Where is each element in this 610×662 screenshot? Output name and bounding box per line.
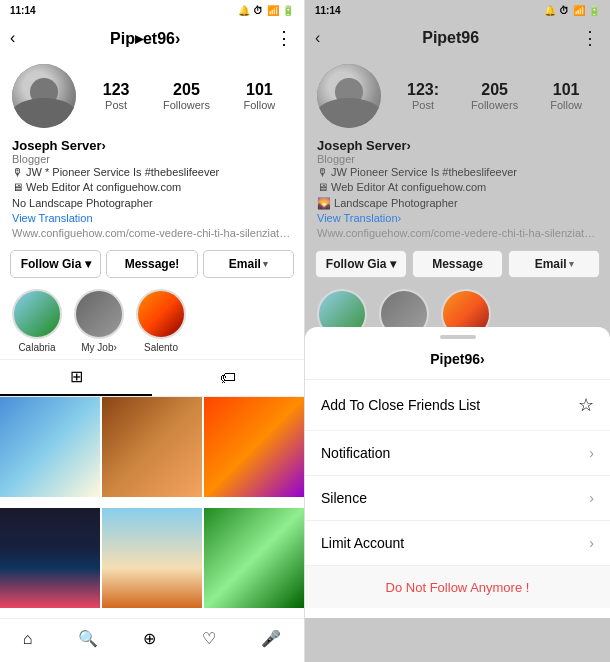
- back-button-right[interactable]: ‹: [315, 29, 320, 47]
- profile-section-right: 123: Post 205 Followers 101 Follow: [305, 56, 610, 136]
- sheet-item-silence[interactable]: Silence ›: [305, 476, 610, 521]
- stats-row-right: 123: Post 205 Followers 101 Follow: [391, 81, 598, 111]
- stat-follow-right: 101 Follow: [550, 81, 582, 111]
- tab-grid-left[interactable]: ⊞: [0, 360, 152, 396]
- photo-2-left[interactable]: [102, 397, 202, 497]
- avatar-right: [317, 64, 381, 128]
- time-left: 11:14: [10, 5, 36, 16]
- bio-tag-right: Blogger: [317, 153, 598, 165]
- photo-5-left[interactable]: [102, 508, 202, 608]
- sheet-item-limit[interactable]: Limit Account ›: [305, 521, 610, 566]
- status-bar-left: 11:14 🔔 ⏱ 📶 🔋: [0, 0, 304, 20]
- sheet-title: Pipet96›: [305, 351, 610, 380]
- home-icon-left: ⌂: [23, 630, 33, 648]
- nav-bar-right: ‹ Pipet96 ⋮: [305, 20, 610, 56]
- highlight-circle-myjob-left: [74, 289, 124, 339]
- follow-button-right[interactable]: Follow Gia ▾: [315, 250, 407, 278]
- sheet-danger-area: Do Not Follow Anymore !: [305, 566, 610, 608]
- notification-chevron-icon: ›: [589, 445, 594, 461]
- username-right: Pipet96: [422, 29, 479, 47]
- highlight-salento-left[interactable]: Salento: [136, 289, 186, 353]
- tabs-row-left: ⊞ 🏷: [0, 359, 304, 397]
- username-left: Pip▸et96›: [110, 29, 180, 48]
- highlight-label-calabria-left: Calabria: [18, 342, 55, 353]
- back-button-left[interactable]: ‹: [10, 29, 15, 47]
- more-button-right[interactable]: ⋮: [581, 27, 600, 49]
- bio-line3-right: 🌄 Landscape Photographer: [317, 196, 598, 211]
- email-dropdown-arrow-left: ▾: [263, 259, 268, 269]
- stat-followers-left: 205 Followers: [163, 81, 210, 111]
- stat-post-left: 123 Post: [103, 81, 130, 111]
- sheet-item-close-friends[interactable]: Add To Close Friends List ☆: [305, 380, 610, 431]
- sheet-handle: [440, 335, 476, 339]
- add-icon-left: ⊕: [143, 629, 156, 648]
- status-bar-right: 11:14 🔔 ⏱ 📶 🔋: [305, 0, 610, 20]
- nav-heart-left[interactable]: ♡: [196, 623, 222, 654]
- status-icons-left: 🔔 ⏱: [238, 5, 263, 16]
- time-right: 11:14: [315, 5, 341, 16]
- danger-text[interactable]: Do Not Follow Anymore !: [386, 580, 530, 595]
- limit-chevron-icon: ›: [589, 535, 594, 551]
- highlight-circle-salento-left: [136, 289, 186, 339]
- nav-home-left[interactable]: ⌂: [17, 624, 39, 654]
- highlights-row-left: Calabria My Job› Salento: [0, 283, 304, 359]
- signal-icons-left: 📶 🔋: [267, 5, 294, 16]
- bio-name-left: Joseph Server›: [12, 138, 292, 153]
- notification-label: Notification: [321, 445, 390, 461]
- left-panel: 11:14 🔔 ⏱ 📶 🔋 ‹ Pip▸et96› ⋮ 123 Post 205…: [0, 0, 305, 662]
- nav-add-left[interactable]: ⊕: [137, 623, 162, 654]
- view-translation-left[interactable]: View Translation: [12, 211, 292, 226]
- follow-button-left[interactable]: Follow Gia ▾: [10, 250, 101, 278]
- sheet-item-notification[interactable]: Notification ›: [305, 431, 610, 476]
- photo-grid-left: [0, 397, 304, 618]
- heart-icon-left: ♡: [202, 629, 216, 648]
- highlight-calabria-left[interactable]: Calabria: [12, 289, 62, 353]
- highlight-myjob-left[interactable]: My Job›: [74, 289, 124, 353]
- tab-tag-left[interactable]: 🏷: [152, 360, 304, 396]
- photo-6-left[interactable]: [204, 508, 304, 608]
- avatar-left: [12, 64, 76, 128]
- signal-icons-right: 📶 🔋: [573, 5, 600, 16]
- bio-name-right: Joseph Server›: [317, 138, 598, 153]
- nav-mic-left[interactable]: 🎤: [255, 623, 287, 654]
- profile-section-left: 123 Post 205 Followers 101 Follow: [0, 56, 304, 136]
- tag-icon-left: 🏷: [220, 369, 236, 387]
- message-button-right[interactable]: Message: [412, 250, 504, 278]
- bio-line1-left: 🎙 JW * Pioneer Service Is #thebeslifeeve…: [12, 165, 292, 180]
- view-translation-right[interactable]: View Translation›: [317, 211, 598, 226]
- email-dropdown-arrow-right: ▾: [569, 259, 574, 269]
- stat-followers-right: 205 Followers: [471, 81, 518, 111]
- status-icons-right: 🔔 ⏱: [544, 5, 569, 16]
- photo-4-left[interactable]: [0, 508, 100, 608]
- stats-row-left: 123 Post 205 Followers 101 Follow: [86, 81, 292, 111]
- highlight-circle-calabria-left: [12, 289, 62, 339]
- bio-section-left: Joseph Server› Blogger 🎙 JW * Pioneer Se…: [0, 136, 304, 245]
- silence-chevron-icon: ›: [589, 490, 594, 506]
- bio-tag-left: Blogger: [12, 153, 292, 165]
- nav-search-left[interactable]: 🔍: [72, 623, 104, 654]
- bio-line1-right: 🎙 JW Pioneer Service Is #thebeslifeever: [317, 165, 598, 180]
- grid-icon-left: ⊞: [70, 367, 83, 386]
- email-button-right[interactable]: Email ▾: [508, 250, 600, 278]
- mic-icon-left: 🎤: [261, 629, 281, 648]
- action-row-left: Follow Gia ▾ Message! Email ▾: [0, 245, 304, 283]
- stat-post-right: 123: Post: [407, 81, 439, 111]
- email-button-left[interactable]: Email ▾: [203, 250, 294, 278]
- bio-line3-left: No Landscape Photographer: [12, 196, 292, 211]
- bottom-sheet: Pipet96› Add To Close Friends List ☆ Not…: [305, 327, 610, 618]
- bio-line2-left: 🖥 Web Editor At configuehow.com: [12, 180, 292, 195]
- bio-url-left[interactable]: Www.configuehow.com/come-vedere-chi-ti-h…: [12, 227, 292, 239]
- bio-url-right[interactable]: Www.configuehow.com/come-vedere-chi-ti-h…: [317, 227, 598, 239]
- highlight-label-myjob-left: My Job›: [81, 342, 117, 353]
- bio-section-right: Joseph Server› Blogger 🎙 JW Pioneer Serv…: [305, 136, 610, 245]
- stat-follow-left: 101 Follow: [243, 81, 275, 111]
- more-button-left[interactable]: ⋮: [275, 27, 294, 49]
- photo-1-left[interactable]: [0, 397, 100, 497]
- photo-3-left[interactable]: [204, 397, 304, 497]
- close-friends-label: Add To Close Friends List: [321, 397, 480, 413]
- limit-label: Limit Account: [321, 535, 404, 551]
- nav-bar-left: ‹ Pip▸et96› ⋮: [0, 20, 304, 56]
- message-button-left[interactable]: Message!: [106, 250, 197, 278]
- star-icon: ☆: [578, 394, 594, 416]
- silence-label: Silence: [321, 490, 367, 506]
